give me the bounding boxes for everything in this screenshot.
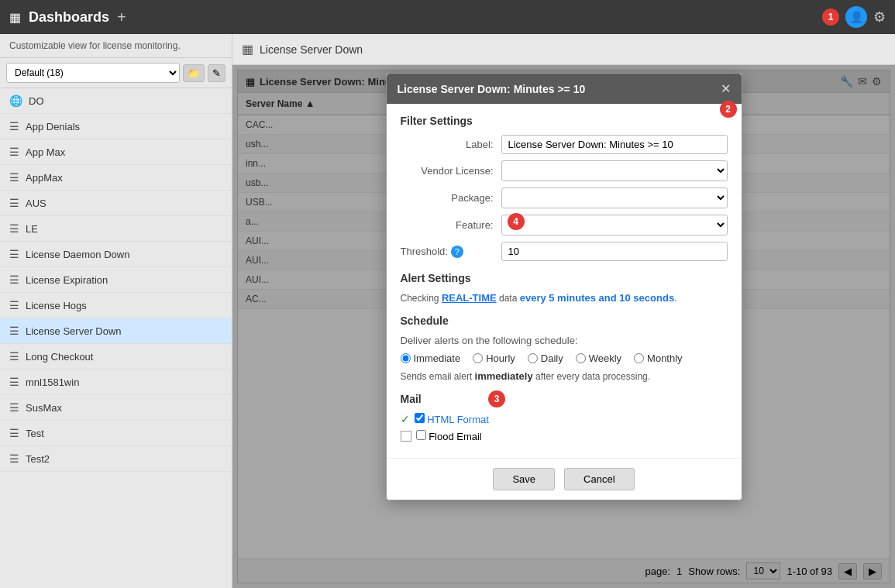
vendor-license-row: Vendor License: [401,160,728,181]
threshold-help-icon[interactable]: ? [451,246,463,258]
radio-immediate[interactable]: Immediate [401,352,461,364]
feature-label: Feature: 4 [401,219,501,231]
sidebar-item-icon-long-checkout: ☰ [9,350,19,363]
sidebar-item-label-app-denials: App Denials [26,121,80,132]
sidebar: Customizable view for license monitoring… [0,34,232,588]
edit-button[interactable]: ✎ [208,64,225,82]
user-icon[interactable]: 👤 [845,6,867,28]
sidebar-item-license-daemon-down[interactable]: ☰License Daemon Down [0,242,232,267]
html-format-checkbox[interactable]: HTML Format [415,413,489,425]
html-format-link[interactable]: HTML Format [427,414,489,425]
sidebar-item-aus[interactable]: ☰AUS [0,191,232,216]
sidebar-items: 🌐DO☰App Denials☰App Max☰AppMax☰AUS☰LE☰Li… [0,88,232,472]
sidebar-item-label-susmax: SusMax [26,402,62,414]
schedule-immediate-desc: Sends email alert immediately after ever… [401,370,728,382]
sidebar-item-label-aus: AUS [26,198,46,209]
widget-icon: ▦ [242,42,253,57]
header-right: 1 👤 ⚙ [822,6,886,28]
sidebar-item-label-mnl1581win: mnl1581win [26,377,79,388]
cancel-button[interactable]: Cancel [564,468,634,490]
sidebar-item-test[interactable]: ☰Test [0,421,232,446]
sidebar-item-icon-aus: ☰ [9,197,19,209]
sidebar-item-icon-appmax: ☰ [9,171,19,184]
sidebar-item-label-test2: Test2 [26,453,50,465]
modal-title: License Server Down: Minutes >= 10 [398,83,586,95]
annotation-2: 2 [720,101,737,118]
sidebar-item-label-app-max: App Max [26,146,65,158]
sidebar-item-icon-mnl1581win: ☰ [9,376,19,388]
sidebar-item-long-checkout[interactable]: ☰Long Checkout [0,344,232,370]
feature-row: Feature: 4 [401,215,728,236]
flood-email-checkbox-box [401,431,411,442]
label-field-label: Label: [401,139,501,150]
sidebar-item-app-denials[interactable]: ☰App Denials [0,114,232,139]
sidebar-item-license-hogs[interactable]: ☰License Hogs [0,293,232,318]
save-button[interactable]: Save [493,468,555,490]
threshold-input[interactable] [501,242,728,261]
sidebar-item-label-license-server-down: License Server Down [26,325,122,337]
package-select[interactable] [501,187,728,208]
settings-icon[interactable]: ⚙ [873,9,886,26]
modal-body: 2 Filter Settings Label: Vendor License: [387,104,742,458]
schedule-description: Deliver alerts on the following schedule… [401,335,728,346]
content-title: License Server Down [260,43,363,56]
flood-email-checkbox[interactable]: Flood Email [416,430,482,442]
dashboard-icon: ▦ [9,10,21,25]
schedule-section-title: Schedule [401,315,728,327]
sidebar-item-susmax[interactable]: ☰SusMax [0,395,232,421]
content-header: ▦ License Server Down [232,34,895,65]
sidebar-item-icon-le: ☰ [9,222,19,235]
html-format-checkmark: ✓ [401,413,410,425]
dashboard-select[interactable]: Default (18) [6,63,180,83]
sidebar-item-test2[interactable]: ☰Test2 [0,446,232,472]
filter-section-title: Filter Settings [401,115,728,127]
feature-select[interactable] [501,215,728,236]
sidebar-item-appmax[interactable]: ☰AppMax [0,165,232,191]
sidebar-item-le[interactable]: ☰LE [0,216,232,242]
sidebar-item-mnl1581win[interactable]: ☰mnl1581win [0,370,232,395]
flood-email-row: Flood Email [401,430,728,442]
schedule-section: Schedule Deliver alerts on the following… [401,315,728,382]
threshold-row: Threshold: ? [401,242,728,261]
sidebar-item-license-server-down[interactable]: ☰License Server Down [0,318,232,344]
mail-section: Mail ✓ HTML Format [401,393,728,442]
package-row: Package: [401,187,728,208]
vendor-license-select[interactable] [501,160,728,181]
alert-section: Alert Settings Checking REAL-TIME data e… [401,272,728,304]
sidebar-item-icon-license-hogs: ☰ [9,299,19,311]
alert-section-title: Alert Settings [401,272,728,284]
sidebar-item-label-do: DO [29,95,44,107]
annotation-3: 3 [488,390,505,407]
widget-area: ▦ License Server Down: Minutes >= 10 🔧 ✉… [232,65,895,588]
app-title: Dashboards [29,9,109,26]
html-format-row: ✓ HTML Format [401,413,728,425]
vendor-license-label: Vendor License: [401,165,501,177]
modal-close-button[interactable]: ✕ [721,81,731,96]
alert-text: Checking REAL-TIME data every 5 minutes … [401,292,728,304]
sidebar-dropdown-row: Default (18) 📁 ✎ [0,58,232,88]
header-left: ▦ Dashboards + [9,9,126,26]
sidebar-item-label-license-expiration: License Expiration [26,274,108,286]
add-dashboard-button[interactable]: + [117,9,126,26]
sidebar-item-icon-do: 🌐 [9,95,22,107]
top-header: ▦ Dashboards + 1 👤 ⚙ [0,0,895,34]
annotation-1: 1 [822,9,839,26]
sidebar-item-license-expiration[interactable]: ☰License Expiration [0,267,232,293]
radio-hourly[interactable]: Hourly [473,352,515,364]
sidebar-subtitle: Customizable view for license monitoring… [0,34,232,58]
radio-weekly[interactable]: Weekly [576,352,621,364]
mail-section-title: Mail [401,393,728,405]
main-layout: Customizable view for license monitoring… [0,34,895,588]
content-area: ▦ License Server Down ▦ License Server D… [232,34,895,588]
radio-monthly[interactable]: Monthly [634,352,683,364]
sidebar-item-label-appmax: AppMax [26,172,63,184]
sidebar-item-icon-app-denials: ☰ [9,120,19,132]
annotation-4: 4 [508,213,525,230]
sidebar-item-do[interactable]: 🌐DO [0,88,232,114]
folder-button[interactable]: 📁 [183,64,205,82]
sidebar-item-icon-license-server-down: ☰ [9,325,19,337]
sidebar-item-label-long-checkout: Long Checkout [26,351,93,363]
radio-daily[interactable]: Daily [528,352,563,364]
label-input[interactable] [501,135,728,154]
sidebar-item-app-max[interactable]: ☰App Max [0,139,232,165]
